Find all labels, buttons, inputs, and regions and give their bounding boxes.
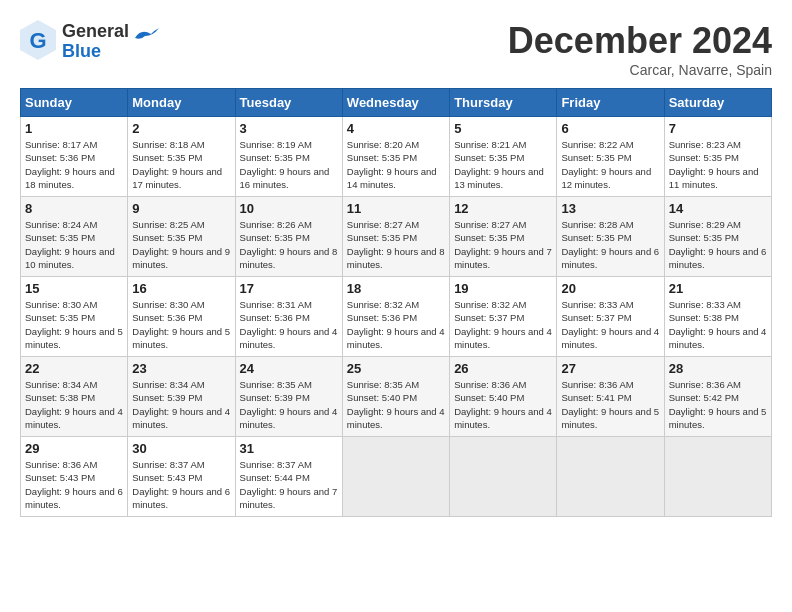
calendar-day-cell: 11Sunrise: 8:27 AM Sunset: 5:35 PM Dayli… xyxy=(342,197,449,277)
day-number: 30 xyxy=(132,441,230,456)
day-info: Sunrise: 8:33 AM Sunset: 5:38 PM Dayligh… xyxy=(669,298,767,351)
calendar-day-cell xyxy=(450,437,557,517)
calendar-day-cell: 3Sunrise: 8:19 AM Sunset: 5:35 PM Daylig… xyxy=(235,117,342,197)
calendar-header-row: SundayMondayTuesdayWednesdayThursdayFrid… xyxy=(21,89,772,117)
day-number: 18 xyxy=(347,281,445,296)
day-info: Sunrise: 8:33 AM Sunset: 5:37 PM Dayligh… xyxy=(561,298,659,351)
calendar-day-cell: 27Sunrise: 8:36 AM Sunset: 5:41 PM Dayli… xyxy=(557,357,664,437)
day-info: Sunrise: 8:36 AM Sunset: 5:42 PM Dayligh… xyxy=(669,378,767,431)
day-number: 22 xyxy=(25,361,123,376)
svg-text:G: G xyxy=(29,28,46,53)
calendar-day-cell: 12Sunrise: 8:27 AM Sunset: 5:35 PM Dayli… xyxy=(450,197,557,277)
day-number: 25 xyxy=(347,361,445,376)
day-of-week-header: Tuesday xyxy=(235,89,342,117)
day-number: 16 xyxy=(132,281,230,296)
calendar-week-row: 22Sunrise: 8:34 AM Sunset: 5:38 PM Dayli… xyxy=(21,357,772,437)
calendar-day-cell xyxy=(664,437,771,517)
calendar-day-cell: 14Sunrise: 8:29 AM Sunset: 5:35 PM Dayli… xyxy=(664,197,771,277)
day-number: 23 xyxy=(132,361,230,376)
day-number: 27 xyxy=(561,361,659,376)
day-of-week-header: Wednesday xyxy=(342,89,449,117)
calendar-day-cell xyxy=(342,437,449,517)
day-number: 29 xyxy=(25,441,123,456)
calendar-day-cell: 20Sunrise: 8:33 AM Sunset: 5:37 PM Dayli… xyxy=(557,277,664,357)
day-number: 24 xyxy=(240,361,338,376)
calendar-day-cell: 9Sunrise: 8:25 AM Sunset: 5:35 PM Daylig… xyxy=(128,197,235,277)
day-info: Sunrise: 8:37 AM Sunset: 5:43 PM Dayligh… xyxy=(132,458,230,511)
logo-icon: G xyxy=(20,20,56,60)
calendar-week-row: 1Sunrise: 8:17 AM Sunset: 5:36 PM Daylig… xyxy=(21,117,772,197)
day-info: Sunrise: 8:32 AM Sunset: 5:36 PM Dayligh… xyxy=(347,298,445,351)
day-info: Sunrise: 8:26 AM Sunset: 5:35 PM Dayligh… xyxy=(240,218,338,271)
day-number: 9 xyxy=(132,201,230,216)
calendar-day-cell: 13Sunrise: 8:28 AM Sunset: 5:35 PM Dayli… xyxy=(557,197,664,277)
logo-blue-text: Blue xyxy=(62,42,129,62)
day-info: Sunrise: 8:25 AM Sunset: 5:35 PM Dayligh… xyxy=(132,218,230,271)
day-info: Sunrise: 8:21 AM Sunset: 5:35 PM Dayligh… xyxy=(454,138,552,191)
day-number: 4 xyxy=(347,121,445,136)
calendar-day-cell: 25Sunrise: 8:35 AM Sunset: 5:40 PM Dayli… xyxy=(342,357,449,437)
calendar-day-cell: 30Sunrise: 8:37 AM Sunset: 5:43 PM Dayli… xyxy=(128,437,235,517)
calendar-day-cell: 21Sunrise: 8:33 AM Sunset: 5:38 PM Dayli… xyxy=(664,277,771,357)
day-number: 15 xyxy=(25,281,123,296)
month-title: December 2024 xyxy=(508,20,772,62)
calendar-day-cell: 4Sunrise: 8:20 AM Sunset: 5:35 PM Daylig… xyxy=(342,117,449,197)
day-info: Sunrise: 8:32 AM Sunset: 5:37 PM Dayligh… xyxy=(454,298,552,351)
day-number: 26 xyxy=(454,361,552,376)
day-of-week-header: Monday xyxy=(128,89,235,117)
day-number: 31 xyxy=(240,441,338,456)
calendar-week-row: 29Sunrise: 8:36 AM Sunset: 5:43 PM Dayli… xyxy=(21,437,772,517)
day-info: Sunrise: 8:37 AM Sunset: 5:44 PM Dayligh… xyxy=(240,458,338,511)
day-number: 21 xyxy=(669,281,767,296)
day-number: 11 xyxy=(347,201,445,216)
day-info: Sunrise: 8:34 AM Sunset: 5:39 PM Dayligh… xyxy=(132,378,230,431)
day-info: Sunrise: 8:17 AM Sunset: 5:36 PM Dayligh… xyxy=(25,138,123,191)
day-info: Sunrise: 8:27 AM Sunset: 5:35 PM Dayligh… xyxy=(347,218,445,271)
day-info: Sunrise: 8:34 AM Sunset: 5:38 PM Dayligh… xyxy=(25,378,123,431)
calendar-week-row: 8Sunrise: 8:24 AM Sunset: 5:35 PM Daylig… xyxy=(21,197,772,277)
calendar-day-cell: 2Sunrise: 8:18 AM Sunset: 5:35 PM Daylig… xyxy=(128,117,235,197)
logo: G General Blue xyxy=(20,20,159,64)
day-info: Sunrise: 8:20 AM Sunset: 5:35 PM Dayligh… xyxy=(347,138,445,191)
day-info: Sunrise: 8:30 AM Sunset: 5:35 PM Dayligh… xyxy=(25,298,123,351)
day-number: 13 xyxy=(561,201,659,216)
day-info: Sunrise: 8:29 AM Sunset: 5:35 PM Dayligh… xyxy=(669,218,767,271)
day-number: 12 xyxy=(454,201,552,216)
day-number: 10 xyxy=(240,201,338,216)
calendar-day-cell: 8Sunrise: 8:24 AM Sunset: 5:35 PM Daylig… xyxy=(21,197,128,277)
day-number: 17 xyxy=(240,281,338,296)
calendar-day-cell: 7Sunrise: 8:23 AM Sunset: 5:35 PM Daylig… xyxy=(664,117,771,197)
day-number: 5 xyxy=(454,121,552,136)
calendar-day-cell: 29Sunrise: 8:36 AM Sunset: 5:43 PM Dayli… xyxy=(21,437,128,517)
day-number: 7 xyxy=(669,121,767,136)
day-info: Sunrise: 8:36 AM Sunset: 5:41 PM Dayligh… xyxy=(561,378,659,431)
calendar-day-cell: 17Sunrise: 8:31 AM Sunset: 5:36 PM Dayli… xyxy=(235,277,342,357)
calendar-body: 1Sunrise: 8:17 AM Sunset: 5:36 PM Daylig… xyxy=(21,117,772,517)
day-number: 3 xyxy=(240,121,338,136)
day-info: Sunrise: 8:30 AM Sunset: 5:36 PM Dayligh… xyxy=(132,298,230,351)
day-number: 20 xyxy=(561,281,659,296)
day-info: Sunrise: 8:19 AM Sunset: 5:35 PM Dayligh… xyxy=(240,138,338,191)
day-info: Sunrise: 8:35 AM Sunset: 5:39 PM Dayligh… xyxy=(240,378,338,431)
calendar-day-cell: 16Sunrise: 8:30 AM Sunset: 5:36 PM Dayli… xyxy=(128,277,235,357)
location-subtitle: Carcar, Navarre, Spain xyxy=(508,62,772,78)
calendar-day-cell: 23Sunrise: 8:34 AM Sunset: 5:39 PM Dayli… xyxy=(128,357,235,437)
logo-bird-icon xyxy=(131,26,159,48)
day-of-week-header: Friday xyxy=(557,89,664,117)
calendar-table: SundayMondayTuesdayWednesdayThursdayFrid… xyxy=(20,88,772,517)
day-info: Sunrise: 8:27 AM Sunset: 5:35 PM Dayligh… xyxy=(454,218,552,271)
page-header: G General Blue December 2024 Carcar, Nav… xyxy=(20,20,772,78)
calendar-day-cell: 26Sunrise: 8:36 AM Sunset: 5:40 PM Dayli… xyxy=(450,357,557,437)
day-number: 2 xyxy=(132,121,230,136)
day-of-week-header: Sunday xyxy=(21,89,128,117)
day-number: 14 xyxy=(669,201,767,216)
calendar-day-cell: 22Sunrise: 8:34 AM Sunset: 5:38 PM Dayli… xyxy=(21,357,128,437)
day-number: 19 xyxy=(454,281,552,296)
day-info: Sunrise: 8:36 AM Sunset: 5:40 PM Dayligh… xyxy=(454,378,552,431)
logo-general-text: General xyxy=(62,22,129,42)
calendar-day-cell: 31Sunrise: 8:37 AM Sunset: 5:44 PM Dayli… xyxy=(235,437,342,517)
calendar-day-cell: 5Sunrise: 8:21 AM Sunset: 5:35 PM Daylig… xyxy=(450,117,557,197)
day-of-week-header: Thursday xyxy=(450,89,557,117)
day-number: 1 xyxy=(25,121,123,136)
day-number: 8 xyxy=(25,201,123,216)
